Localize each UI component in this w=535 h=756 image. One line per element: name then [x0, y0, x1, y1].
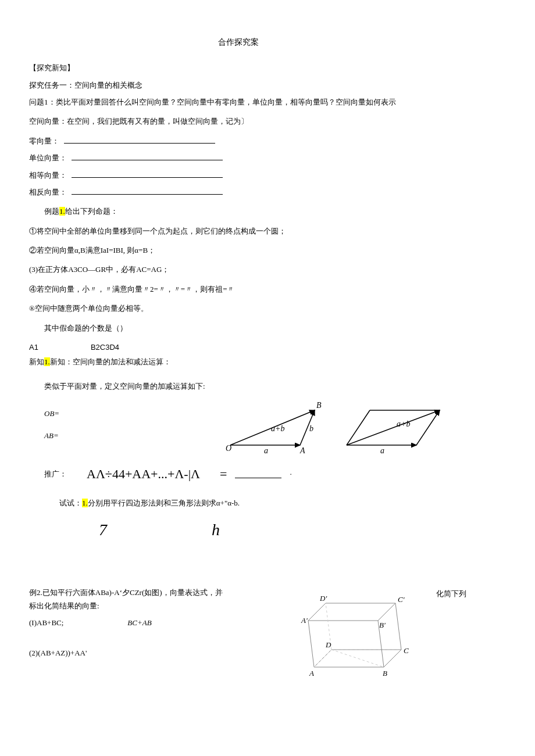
eq-ob: OB= — [44, 407, 219, 420]
false-count-q: 其中假命题的个数是（） — [29, 321, 448, 335]
option-bcd: B2C3D4 — [91, 343, 119, 352]
parallelepiped-diagram: A B C D A' B' C' D' — [285, 586, 430, 685]
ex2-i: (I)AB+BC; — [29, 616, 63, 629]
blank-opp[interactable] — [72, 187, 223, 195]
definition-line: 空间向量：在空间，我们把既有又有的量，叫做空间向量，记为〕 — [29, 114, 448, 128]
highlight-num-1b: 1. — [44, 357, 50, 366]
label-O: O — [226, 444, 231, 453]
ex2-ii: (2)(AB+AZ))+AA' — [29, 646, 279, 660]
label-opp: 相反向量： — [29, 188, 67, 196]
try-pre: 试试： — [59, 499, 82, 507]
lbl-Bp: B' — [379, 621, 386, 629]
ex1-post: 给出下列命题： — [65, 207, 118, 216]
label-a2: a — [380, 446, 384, 455]
task1-title: 探究任务一：空间向量的相关概念 — [29, 78, 448, 92]
ex1-pre: 例题 — [44, 207, 59, 216]
ext-formula: AΛ÷44+AA+...+Λ-|Λ — [87, 463, 200, 486]
fill-opposite-vector: 相反向量： — [29, 185, 448, 199]
prop-2: ②若空间向量α,B满意IaI=IBI, 则α=B； — [29, 243, 448, 257]
label-A: A — [299, 446, 305, 455]
lbl-D: D — [325, 640, 331, 649]
prop-1: ①将空间中全部的单位向量移到同一个点为起点，则它们的终点构成一个圆； — [29, 224, 448, 238]
lbl-Cp: C' — [398, 595, 405, 604]
try-line: 试试：1.分别用平行四边形法则和三角形法则求α+"α-b. — [29, 496, 448, 510]
ext-dot: · — [290, 467, 291, 481]
svg-line-9 — [308, 621, 314, 667]
svg-line-11 — [395, 603, 401, 650]
new-post: 新知：空间向量的加法和减法运算： — [50, 357, 171, 366]
ex2-i-right: BC+AB — [127, 616, 151, 629]
label-zero: 零向量： — [29, 137, 59, 145]
label-equal: 相等向量： — [29, 171, 67, 180]
eq-ab: AB= — [44, 429, 219, 442]
highlight-num-1: 1. — [59, 207, 65, 216]
label-aplusb2: a+b — [397, 420, 410, 428]
lbl-C: C — [404, 646, 409, 655]
triangle-diagram: O A B a b a+b — [219, 399, 329, 457]
prop-4: ④若空间向量，小〃，〃满意向量〃2=〃，〃=〃，则有祖=〃 — [29, 282, 448, 296]
lbl-A: A — [309, 669, 314, 678]
answer-options: A1B2C3D4 — [29, 341, 448, 354]
heading-explore: 【探究新知】 — [29, 61, 448, 74]
svg-line-4 — [347, 410, 370, 445]
label-aplusb: a+b — [271, 424, 284, 433]
prop-3: (3)在正方体A3CO—GR中，必有AC=AG； — [29, 263, 448, 276]
question1: 问题1：类比平面对量回答什么叫空间向量？空间向量中有零向量，单位向量，相等向量吗… — [29, 95, 448, 109]
ext-eq: = — [220, 463, 227, 486]
svg-line-6 — [416, 410, 440, 445]
lbl-B: B — [383, 669, 387, 678]
doc-title: 合作探究案 — [29, 35, 448, 49]
analog-line: 类似于平面对量，定义空间向量的加减运算如下: — [29, 379, 448, 393]
try-symbols: 7 h — [99, 515, 448, 544]
ex2-tail: 化简下列 — [436, 586, 471, 600]
sym-h: h — [212, 515, 220, 544]
lbl-Dp: D' — [319, 594, 327, 603]
blank-zero[interactable] — [64, 136, 215, 144]
fill-equal-vector: 相等向量： — [29, 169, 448, 182]
new-pre: 新知 — [29, 357, 44, 366]
new-knowledge: 新知1.新知：空间向量的加法和减法运算： — [29, 355, 448, 368]
svg-line-7 — [347, 410, 440, 445]
label-unit: 单位向量： — [29, 153, 67, 162]
blank-unit[interactable] — [72, 153, 223, 160]
example1-heading: 例题1.给出下列命题： — [29, 205, 448, 218]
prop-5: ®空间中随意两个单位向量必相等。 — [29, 302, 448, 315]
svg-line-8 — [331, 650, 384, 667]
fill-unit-vector: 单位向量： — [29, 151, 448, 164]
option-a: A1 — [29, 343, 38, 352]
label-a: a — [264, 446, 268, 455]
ex2-line1: 例2.已知平行六面体ABa)-A‘夕CZr(如图)，向量表达式，并 — [29, 586, 279, 599]
ext-blank[interactable] — [235, 471, 281, 478]
label-b: b — [309, 424, 313, 433]
sym-7: 7 — [99, 515, 107, 544]
try-post: 分别用平行四边形法则和三角形法则求α+"α-b. — [88, 499, 240, 507]
extension-row: 推广： AΛ÷44+AA+...+Λ-|Λ = · — [29, 463, 448, 486]
blank-equal[interactable] — [72, 170, 223, 178]
ext-label: 推广： — [44, 467, 67, 481]
highlight-num-1c: 1. — [82, 499, 88, 507]
lbl-Ap: A' — [301, 616, 308, 625]
label-B: B — [316, 401, 322, 410]
ex2-line2: 标出化简结果的向量: — [29, 599, 279, 612]
fill-zero-vector: 零向量： — [29, 134, 448, 148]
parallelogram-diagram: a a+b — [341, 399, 451, 457]
